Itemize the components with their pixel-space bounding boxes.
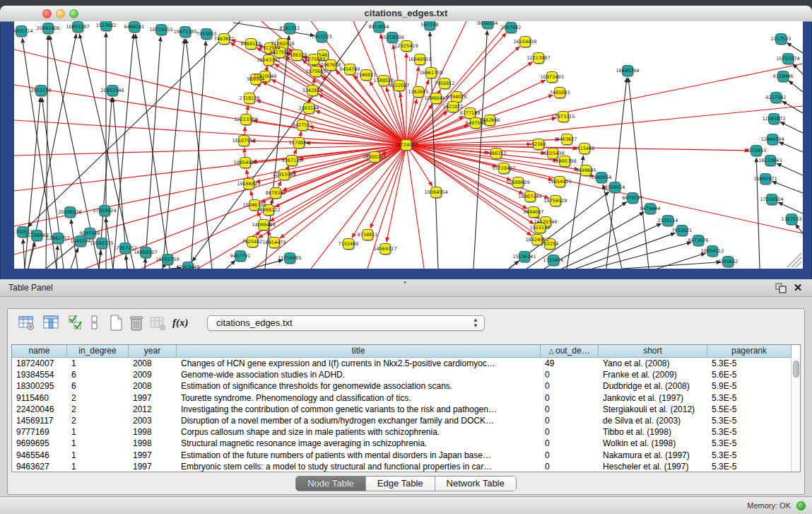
column-header-out_de[interactable]: △out_de… bbox=[541, 345, 599, 358]
table-cell: 1 bbox=[67, 426, 129, 438]
table-row[interactable]: 911546021997Tourette syndrome. Phenomeno… bbox=[12, 392, 792, 404]
scrollbar-thumb[interactable] bbox=[793, 361, 799, 378]
table-cell: 9699695 bbox=[12, 438, 67, 449]
table-cell: 5.3E-5 bbox=[707, 438, 792, 449]
table-panel-body: f(x) citations_edges.txt ▲▼ namein_degre… bbox=[7, 308, 805, 495]
graph-node-label: 16914479 bbox=[262, 240, 286, 245]
graph-node-label: 2653130 bbox=[31, 88, 52, 93]
graph-node-label: 7146821 bbox=[356, 72, 377, 78]
graph-node-label: 18300295 bbox=[363, 154, 386, 160]
table-row[interactable]: 946362711997Embryonic stem cells: a mode… bbox=[12, 461, 792, 472]
table-row[interactable]: 977716911998Corpus callosum shape and si… bbox=[12, 426, 792, 438]
graph-edge bbox=[787, 42, 803, 53]
table-row[interactable]: 1938455462009Genome-wide association stu… bbox=[12, 369, 792, 380]
graph-node-label: 1145194 bbox=[71, 238, 91, 244]
graph-node-label: 8471676 bbox=[688, 238, 709, 243]
table-cell: 2008 bbox=[129, 380, 177, 392]
table-cell: 5.3E-5 bbox=[707, 415, 792, 426]
table-row[interactable]: 969969511998Structural magnetic resonanc… bbox=[12, 438, 792, 449]
row-options-button[interactable] bbox=[90, 315, 99, 334]
column-header-title[interactable]: title bbox=[177, 345, 541, 358]
graph-node-label: 16958107 bbox=[134, 250, 157, 255]
show-columns-button[interactable] bbox=[43, 315, 60, 334]
graph-node-label: 15716485 bbox=[278, 255, 301, 261]
vertical-scrollbar[interactable] bbox=[791, 358, 800, 472]
table-row[interactable]: 1872400712008Changes of HCN gene express… bbox=[12, 358, 792, 369]
graph-node-label: 14569117 bbox=[373, 246, 396, 252]
canvas-resize-grip-icon[interactable] bbox=[787, 253, 801, 267]
graph-node-label: 989984 bbox=[247, 76, 265, 82]
graph-node-label: 16640910 bbox=[408, 57, 431, 62]
table-cell: Estimation of significance thresholds fo… bbox=[177, 380, 541, 392]
graph-node-label: 9684067 bbox=[524, 209, 544, 215]
graph-node-label: 2803144 bbox=[299, 105, 319, 111]
column-header-pagerank[interactable]: pagerank bbox=[707, 345, 792, 358]
column-header-year[interactable]: year bbox=[129, 345, 177, 358]
table-cell: 0 bbox=[541, 415, 599, 426]
table-source-select[interactable]: citations_edges.txt ▲▼ bbox=[207, 315, 485, 331]
table-cell: 0 bbox=[541, 380, 599, 392]
graph-node-label: 252254 bbox=[541, 241, 559, 247]
table-cell: 2 bbox=[67, 404, 129, 415]
create-column-button[interactable] bbox=[109, 315, 124, 334]
table-row[interactable]: 1456911722003Disruption of a novel membe… bbox=[12, 415, 792, 426]
close-panel-icon[interactable]: ✕ bbox=[792, 281, 804, 294]
graph-edge bbox=[145, 258, 146, 269]
network-window: citations_edges.txt 18724007183002958813… bbox=[0, 6, 812, 280]
table-cell: 2012 bbox=[129, 404, 177, 415]
graph-node-label: 12213987 bbox=[526, 55, 550, 61]
graph-edge bbox=[779, 142, 803, 152]
graph-node-label: 9734811 bbox=[358, 232, 378, 238]
table-cell: 14569117 bbox=[12, 415, 67, 426]
function-builder-button[interactable]: f(x) bbox=[172, 317, 189, 329]
graph-edge bbox=[772, 182, 803, 193]
splitter-grip-icon[interactable]: ▾ bbox=[400, 280, 410, 285]
table-mode-button[interactable] bbox=[18, 315, 35, 334]
table-tabs: Node Table Edge Table Network Table bbox=[8, 476, 804, 491]
column-header-short[interactable]: short bbox=[599, 345, 707, 358]
table-cell: 0 bbox=[541, 461, 599, 472]
table-cell: 5.3E-5 bbox=[707, 461, 792, 472]
graph-node-label: 12353584 bbox=[272, 172, 295, 177]
tab-network-table[interactable]: Network Table bbox=[435, 477, 516, 491]
table-cell: Estimation of the future numbers of pati… bbox=[177, 450, 541, 461]
graph-node-label: 8678342 bbox=[266, 190, 286, 196]
graph-node-label: 10688609 bbox=[506, 180, 529, 185]
table-cell: de Silva et al. (2003) bbox=[599, 415, 707, 426]
column-header-name[interactable]: name bbox=[12, 345, 67, 358]
table-row[interactable]: 946554611997Estimation of the future num… bbox=[12, 450, 792, 461]
graph-edge bbox=[57, 245, 58, 269]
table-cell: 2009 bbox=[129, 369, 177, 380]
graph-node-label: 9474444 bbox=[640, 206, 661, 211]
table-cell: 1 bbox=[67, 358, 129, 369]
table-row[interactable]: 2242004622012Investigating the contribut… bbox=[12, 404, 792, 415]
graph-node-label: 17973115 bbox=[551, 114, 575, 119]
graph-node-label: 12342757 bbox=[46, 235, 69, 241]
window-titlebar[interactable]: citations_edges.txt bbox=[0, 6, 812, 22]
delete-column-button[interactable] bbox=[129, 315, 146, 334]
table-cell: 0 bbox=[541, 404, 599, 415]
graph-node-label: 8860128 bbox=[241, 41, 261, 47]
table-row[interactable]: 1830029562008Estimation of significance … bbox=[12, 380, 792, 392]
tab-node-table[interactable]: Node Table bbox=[296, 477, 366, 491]
table-cell: 1 bbox=[67, 450, 129, 461]
graph-edge bbox=[406, 145, 424, 269]
graph-edge bbox=[782, 101, 803, 113]
graph-node-label: 12213589 bbox=[234, 117, 257, 122]
delete-table-button[interactable] bbox=[150, 315, 167, 334]
table-cell: 6 bbox=[67, 369, 129, 380]
graph-node-label: 17016504 bbox=[760, 197, 783, 202]
table-cell: 18300295 bbox=[12, 380, 67, 392]
graph-node-label: 16782759 bbox=[155, 257, 179, 262]
network-canvas[interactable]: 1872400718300295881305415218506123254191… bbox=[14, 21, 803, 269]
float-panel-icon[interactable] bbox=[775, 283, 787, 293]
graph-node-label: 1362615 bbox=[408, 89, 429, 95]
memory-status-indicator bbox=[796, 501, 806, 510]
tab-edge-table[interactable]: Edge Table bbox=[366, 477, 435, 491]
table-body: 1872400712008Changes of HCN gene express… bbox=[12, 358, 792, 472]
canvas-resize-grip-icon[interactable] bbox=[792, 257, 801, 267]
select-columns-button[interactable] bbox=[68, 315, 85, 334]
graph-edge bbox=[186, 39, 212, 269]
column-header-in_degree[interactable]: in_degree bbox=[67, 345, 129, 358]
graph-node-label: 10653287 bbox=[66, 24, 89, 30]
